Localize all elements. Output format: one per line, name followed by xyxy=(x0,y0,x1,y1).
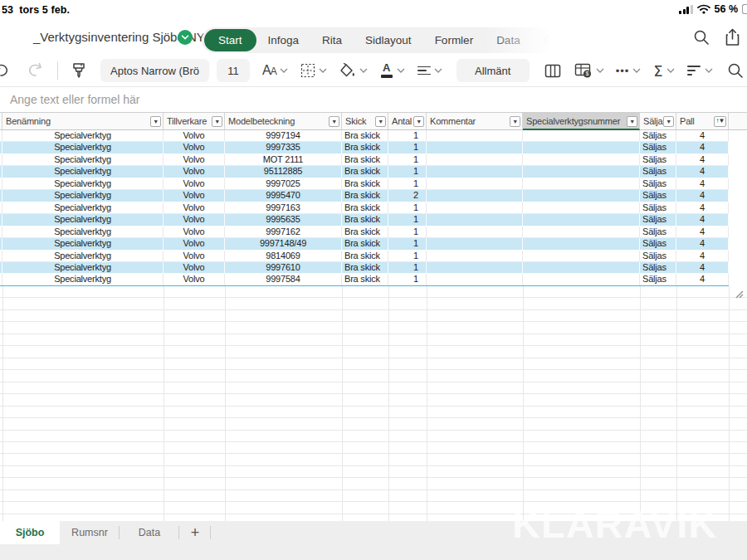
cell-specialnr[interactable] xyxy=(523,226,640,237)
cell-tillverkare[interactable]: Volvo xyxy=(164,214,225,225)
cell-pall[interactable]: 4 xyxy=(676,251,729,261)
cell-kommentar[interactable] xyxy=(427,274,523,285)
cell-skick[interactable]: Bra skick xyxy=(342,274,388,285)
tab-infoga[interactable]: Infoga xyxy=(256,29,311,51)
cell-skick[interactable]: Bra skick xyxy=(342,178,388,189)
add-sheet-button[interactable]: + xyxy=(179,521,211,544)
alignment-button[interactable] xyxy=(417,64,442,78)
cell-antal[interactable]: 1 xyxy=(388,178,427,189)
cell-antal[interactable]: 1 xyxy=(388,214,427,225)
cell-saljas[interactable]: Säljas xyxy=(640,178,676,189)
tab-rita[interactable]: Rita xyxy=(310,29,354,51)
cell-modell[interactable]: 95112885 xyxy=(225,166,342,177)
cell-specialnr[interactable] xyxy=(523,190,640,201)
cell-kommentar[interactable] xyxy=(427,251,523,261)
cell-pall[interactable]: 4 xyxy=(676,274,729,285)
cell-format-button[interactable]: $ xyxy=(574,63,604,79)
cell-saljas[interactable]: Säljas xyxy=(640,274,676,285)
cell-skick[interactable]: Bra skick xyxy=(342,142,388,153)
cell-skick[interactable]: Bra skick xyxy=(342,190,388,201)
search-icon[interactable] xyxy=(693,29,710,46)
cell-tillverkare[interactable]: Volvo xyxy=(164,154,225,165)
filter-dropdown-icon[interactable]: ▼ xyxy=(212,116,222,127)
cell-modell[interactable]: 9814069 xyxy=(225,251,342,261)
cell-tillverkare[interactable]: Volvo xyxy=(164,251,225,261)
cell-pall[interactable]: 4 xyxy=(676,154,729,165)
cell-skick[interactable]: Bra skick xyxy=(342,130,388,141)
sheet-tab-rumsnr[interactable]: Rumsnr xyxy=(60,521,120,544)
cell-modell[interactable]: 9997610 xyxy=(225,262,342,273)
tab-gransk[interactable]: Gransk xyxy=(532,29,550,51)
cell-tillverkare[interactable]: Volvo xyxy=(164,190,225,201)
column-header-pall[interactable]: Pall↑▼ xyxy=(676,113,729,130)
tab-formler[interactable]: Formler xyxy=(423,29,486,51)
cell-modell[interactable]: 9997148/49 xyxy=(225,238,342,249)
cell-pall[interactable]: 4 xyxy=(676,262,729,273)
cell-skick[interactable]: Bra skick xyxy=(342,251,388,261)
column-header-tillverkare[interactable]: Tillverkare▼ xyxy=(164,113,225,130)
cell-pall[interactable]: 4 xyxy=(676,226,729,237)
cell-skick[interactable]: Bra skick xyxy=(342,262,388,273)
cell-modell[interactable]: 9997584 xyxy=(225,274,342,285)
cell-saljas[interactable]: Säljas xyxy=(640,238,676,249)
font-format-button[interactable]: AA xyxy=(262,63,288,78)
cell-specialnr[interactable] xyxy=(523,214,640,225)
tab-data[interactable]: Data xyxy=(485,29,532,51)
cell-kommentar[interactable] xyxy=(427,226,523,237)
column-header-saljas[interactable]: Säljas▼ xyxy=(640,113,676,130)
sheet-tab-data[interactable]: Data xyxy=(120,521,179,544)
cell-pall[interactable]: 4 xyxy=(676,238,729,249)
cell-kommentar[interactable] xyxy=(427,154,523,165)
cell-antal[interactable]: 1 xyxy=(388,251,427,261)
cell-benamning[interactable]: Specialverktyg xyxy=(2,202,164,213)
cell-kommentar[interactable] xyxy=(427,202,523,213)
cell-tillverkare[interactable]: Volvo xyxy=(164,262,225,273)
cell-modell[interactable]: 9995635 xyxy=(225,214,342,225)
redo-button[interactable] xyxy=(27,62,44,79)
cell-specialnr[interactable] xyxy=(523,154,640,165)
cell-benamning[interactable]: Specialverktyg xyxy=(2,274,164,285)
cell-saljas[interactable]: Säljas xyxy=(640,226,676,237)
cell-saljas[interactable]: Säljas xyxy=(640,251,676,261)
cell-modell[interactable]: 9997194 xyxy=(225,130,342,141)
cell-tillverkare[interactable]: Volvo xyxy=(164,142,225,153)
cell-saljas[interactable]: Säljas xyxy=(640,166,676,177)
cell-specialnr[interactable] xyxy=(523,202,640,213)
autosum-button[interactable]: Σ xyxy=(653,62,674,80)
cell-benamning[interactable]: Specialverktyg xyxy=(2,251,164,261)
column-header-kommentar[interactable]: Kommentar▼ xyxy=(427,113,523,130)
cell-benamning[interactable]: Specialverktyg xyxy=(2,178,164,189)
cell-specialnr[interactable] xyxy=(523,274,640,285)
cell-specialnr[interactable] xyxy=(523,251,640,261)
tab-sidlayout[interactable]: Sidlayout xyxy=(354,29,423,51)
filter-dropdown-icon[interactable]: ▼ xyxy=(663,116,674,127)
cell-modell[interactable]: MOT 2111 xyxy=(225,154,342,165)
cell-benamning[interactable]: Specialverktyg xyxy=(2,154,164,165)
cell-kommentar[interactable] xyxy=(427,190,523,201)
cell-benamning[interactable]: Specialverktyg xyxy=(2,214,164,225)
more-options-button[interactable]: ••• xyxy=(616,65,642,77)
cell-skick[interactable]: Bra skick xyxy=(342,154,388,165)
borders-button[interactable] xyxy=(300,63,327,78)
cell-tillverkare[interactable]: Volvo xyxy=(164,166,225,177)
cell-specialnr[interactable] xyxy=(523,142,640,153)
cell-specialnr[interactable] xyxy=(523,166,640,177)
filter-dropdown-icon[interactable]: ▼ xyxy=(329,116,339,127)
cell-pall[interactable]: 4 xyxy=(676,166,729,177)
cell-modell[interactable]: 9995470 xyxy=(225,190,342,201)
cell-tillverkare[interactable]: Volvo xyxy=(164,130,225,141)
cell-antal[interactable]: 1 xyxy=(388,166,427,177)
undo-button[interactable] xyxy=(0,62,10,79)
cell-benamning[interactable]: Specialverktyg xyxy=(2,190,164,201)
cell-pall[interactable]: 4 xyxy=(676,178,729,189)
column-header-modell[interactable]: Modelbeteckning▼ xyxy=(225,113,342,130)
cell-kommentar[interactable] xyxy=(427,130,523,141)
find-button[interactable] xyxy=(727,62,744,79)
font-size-select[interactable]: 11 xyxy=(217,59,250,82)
cell-modell[interactable]: 9997163 xyxy=(225,202,342,213)
cell-benamning[interactable]: Specialverktyg xyxy=(2,130,164,141)
filter-dropdown-icon[interactable]: ▼ xyxy=(510,116,520,127)
filter-dropdown-icon[interactable]: ▼ xyxy=(375,116,386,127)
cell-antal[interactable]: 1 xyxy=(388,130,427,141)
column-header-antal[interactable]: Antal▼ xyxy=(388,113,427,130)
